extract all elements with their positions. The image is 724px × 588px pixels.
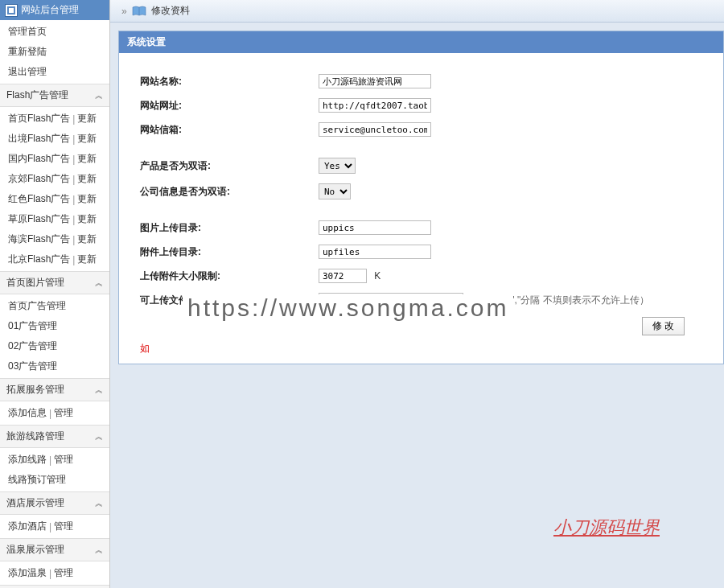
red-fragment: 如 [134,335,709,356]
label-site-name: 网站名称: [134,75,319,88]
chevron-icon: ︽ [95,384,103,396]
label-pic-dir: 图片上传目录: [134,221,319,235]
sidebar-item[interactable]: 北京Flash广告|更新 [0,249,109,269]
book-icon [132,6,146,17]
chevron-icon: ︽ [95,278,103,289]
sidebar-item[interactable]: 01广告管理 [0,316,109,336]
nav-separator: | [72,113,75,125]
select-co-bilingual[interactable]: No [319,183,351,199]
sidebar-item[interactable]: 首页广告管理 [0,296,109,316]
input-site-mail[interactable] [319,122,431,137]
nav-separator: | [49,454,51,466]
sidebar: 网站后台管理 管理首页 重新登陆 退出管理 Flash广告管理︽首页Flash广… [0,0,110,588]
input-ext-list[interactable] [319,293,463,307]
nav-section-header[interactable]: 酒店展示管理︽ [0,491,109,515]
sidebar-item[interactable]: 京郊Flash广告|更新 [0,169,109,189]
nav-separator: | [72,234,75,245]
sidebar-item[interactable]: 03广告管理 [0,356,109,376]
nav-section-header[interactable]: 美食文化管理︽ [0,585,109,588]
nav-separator: | [72,254,75,265]
panel-body: 网站名称: 网站网址: 网站信箱: 产品是否为双语: [119,53,723,364]
chevron-icon: ︽ [95,498,103,509]
sidebar-title: 网站后台管理 [0,0,109,20]
nav-separator: | [72,214,75,225]
input-site-name[interactable] [319,74,431,88]
input-file-dir[interactable] [319,245,431,259]
select-bilingual[interactable]: Yes [319,158,356,174]
nav-separator: | [72,174,75,185]
nav-separator: | [72,194,75,205]
sidebar-title-text: 网站后台管理 [21,3,79,17]
svg-rect-1 [9,8,14,13]
app-icon [5,4,18,17]
submit-button[interactable]: 修 改 [642,317,685,335]
nav-section-header[interactable]: 旅游线路管理︽ [0,425,109,448]
sidebar-item[interactable]: 添加线路|管理 [0,450,109,470]
nav-section-header[interactable]: 拓展服务管理︽ [0,378,109,401]
nav-separator: | [49,408,51,419]
sidebar-item[interactable]: 草原Flash广告|更新 [0,209,109,229]
nav-section-header[interactable]: Flash广告管理︽ [0,84,109,107]
label-site-url: 网站网址: [134,99,319,113]
chevron-icon: ︽ [95,90,103,101]
chevron-icon: ︽ [95,545,103,556]
label-site-mail: 网站信箱: [134,123,319,137]
input-site-url[interactable] [319,98,431,113]
size-unit: K [374,270,381,282]
watermark-brand: 小刀源码世界 [553,516,660,540]
main-area: » 修改资料 系统设置 网站名称: 网站网址: [110,0,724,588]
nav-home[interactable]: 管理首页 [0,22,109,42]
input-size-limit[interactable] [319,269,367,283]
input-pic-dir[interactable] [319,220,431,235]
label-bilingual: 产品是否为双语: [134,159,319,173]
nav-separator: | [72,154,75,165]
nav-relogin[interactable]: 重新登陆 [0,42,109,62]
sidebar-item[interactable]: 红色Flash广告|更新 [0,189,109,209]
nav-separator: | [72,134,75,145]
sidebar-item[interactable]: 出境Flash广告|更新 [0,129,109,149]
label-size-limit: 上传附件大小限制: [134,269,319,283]
sidebar-item[interactable]: 添加酒店|管理 [0,516,109,537]
nav-exit[interactable]: 退出管理 [0,62,109,82]
panel-title: 系统设置 [119,31,723,53]
sidebar-item[interactable]: 02广告管理 [0,336,109,356]
label-file-dir: 附件上传目录: [134,245,319,259]
chevron-icon: ︽ [95,431,103,442]
nav-section-header[interactable]: 温泉展示管理︽ [0,538,109,561]
breadcrumb: » 修改资料 [110,0,724,23]
sidebar-basic: 管理首页 重新登陆 退出管理 [0,20,109,84]
ext-hint: （多个用","分隔 不填则表示不允许上传） [472,294,648,306]
content: 系统设置 网站名称: 网站网址: 网站信箱: [110,23,724,588]
breadcrumb-current: 修改资料 [151,4,190,18]
nav-separator: | [49,521,51,532]
label-ext-list: 可上传文件类型: [134,294,319,307]
sidebar-item[interactable]: 国内Flash广告|更新 [0,149,109,169]
sidebar-item[interactable]: 海滨Flash广告|更新 [0,229,109,249]
sidebar-item[interactable]: 添加信息|管理 [0,403,109,423]
sidebar-item[interactable]: 首页Flash广告|更新 [0,109,109,129]
nav-separator: | [49,568,51,579]
label-co-bilingual: 公司信息是否为双语: [134,185,319,199]
sidebar-item[interactable]: 添加温泉|管理 [0,563,109,583]
settings-panel: 系统设置 网站名称: 网站网址: 网站信箱: [118,31,724,364]
breadcrumb-sep: » [121,6,127,17]
sidebar-item[interactable]: 线路预订管理 [0,470,109,490]
nav-section-header[interactable]: 首页图片管理︽ [0,271,109,294]
